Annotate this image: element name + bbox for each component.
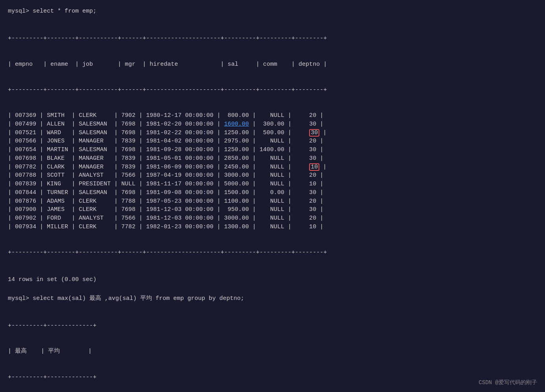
table1-sep1: +---------+--------+-----------+------+-… [8,34,537,43]
sal-link[interactable]: 1600.00 [224,121,249,128]
terminal: mysql> select * from emp; +---------+---… [8,7,537,392]
table1-sep2: +---------+--------+-----------+------+-… [8,86,537,94]
query2-line: mysql> select max(sal) 最高 ,avg(sal) 平均 f… [8,294,537,303]
table-row: | 007902 | FORD | ANALYST | 7566 | 1981-… [8,214,537,223]
table-row: | 007521 | WARD | SALESMAN | 7698 | 1981… [8,129,537,137]
table-row: | 007839 | KING | PRESIDENT | NULL | 198… [8,180,537,189]
table-row: | 007566 | JONES | MANAGER | 7839 | 1981… [8,137,537,146]
table2-header: | 最高 | 平均 | [8,347,537,356]
table-row: | 007844 | TURNER | SALESMAN | 7698 | 19… [8,189,537,197]
deptno-boxed: 10 [309,163,319,171]
table-row: | 007876 | ADAMS | CLERK | 7788 | 1987-0… [8,197,537,206]
table2-sep2: +---------+-------------+ [8,373,537,382]
table-row: | 007698 | BLAKE | MANAGER | 7839 | 1981… [8,154,537,163]
table2-sep1: +---------+-------------+ [8,322,537,330]
table1-rows: | 007369 | SMITH | CLERK | 7902 | 1980-1… [8,111,537,231]
table-row: | 007934 | MILLER | CLERK | 7782 | 1982-… [8,223,537,231]
table-row: | 007499 | ALLEN | SALESMAN | 7698 | 198… [8,120,537,129]
table1-header: | empno | ename | job | mgr | hiredate |… [8,60,537,69]
watermark: CSDN @爱写代码的刚子 [479,379,537,386]
table-row: | 007900 | JAMES | CLERK | 7698 | 1981-1… [8,205,537,214]
deptno-boxed: 30 [309,129,319,137]
table-row: | 007369 | SMITH | CLERK | 7902 | 1980-1… [8,111,537,120]
table1-block: +---------+--------+-----------+------+-… [8,17,537,274]
table-row: | 007654 | MARTIN | SALESMAN | 7698 | 19… [8,146,537,154]
query1-line: mysql> select * from emp; [8,7,537,16]
table-row: | 007782 | CLARK | MANAGER | 7839 | 1981… [8,163,537,172]
table-row: | 007788 | SCOTT | ANALYST | 7566 | 1987… [8,171,537,180]
result1-line: 14 rows in set (0.00 sec) [8,276,537,284]
table1-sep3: +---------+--------+-----------+------+-… [8,248,537,257]
table2-block: +---------+-------------+ | 最高 | 平均 | +-… [8,305,537,392]
